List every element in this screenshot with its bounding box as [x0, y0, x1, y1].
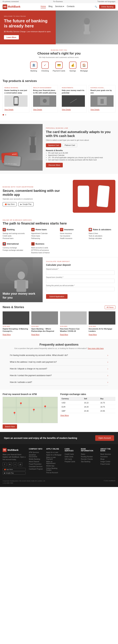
dot-1[interactable]: [3, 114, 4, 116]
footer-link-cashback[interactable]: Cashback Program: [29, 468, 44, 470]
home-loans-item-1[interactable]: Appointment Calendar: [31, 232, 58, 235]
insurance-item-2[interactable]: Car insurance: [60, 235, 87, 237]
footer-link-fraud[interactable]: Fraud Prevention: [29, 463, 44, 465]
dot-2[interactable]: [5, 114, 6, 116]
banking-item-1[interactable]: Savings and savings accounts: [3, 232, 29, 235]
search-branch-button[interactable]: Search Now: [3, 424, 17, 429]
path-banking-list: Savings and savings accounts Credit card…: [3, 232, 29, 240]
rates-item-2[interactable]: Tools & calculators: [89, 235, 115, 237]
deposit-amount-input[interactable]: [46, 270, 115, 275]
footer-link-image-center[interactable]: Image Center: [101, 460, 115, 463]
footer-link-find-account[interactable]: Find an Account: [46, 472, 62, 474]
read-more-1[interactable]: Read More: [3, 334, 11, 336]
footer-link-mobile-app[interactable]: Mobile App: [46, 465, 62, 467]
twitter-icon[interactable]: t: [13, 462, 17, 466]
banking-item-3[interactable]: Personal loans: [3, 237, 29, 240]
faq-item-3[interactable]: How do I dispute a charge on my account?…: [10, 366, 108, 372]
banking-item-2[interactable]: Credit cards: [3, 235, 29, 237]
forex-usd-buy: 16.75: [99, 400, 115, 405]
footer-link-atm[interactable]: ATM Services: [29, 451, 44, 454]
footer-link-fraud-center[interactable]: Fraud Center: [101, 463, 115, 465]
footer-link-deposit[interactable]: About Deposit: [29, 460, 44, 463]
submit-application-button[interactable]: Submit Application: [46, 294, 68, 299]
rates-item-3[interactable]: Savings calculator: [89, 237, 115, 240]
international-item-2[interactable]: Foreign exchange calculator: [3, 249, 29, 252]
footer-app-store[interactable]: 🍎 App Store: [3, 468, 25, 471]
read-more-3[interactable]: Read More: [60, 334, 68, 336]
choose-banking[interactable]: 🏦 Banking: [30, 62, 37, 72]
deposit-term-input[interactable]: [46, 279, 115, 283]
footer-link-mobile[interactable]: Mobile Banking: [29, 458, 44, 460]
view-details-3[interactable]: View Details: [62, 109, 71, 110]
online-banking-button[interactable]: Online Banking: [99, 5, 115, 9]
insurance-item-1[interactable]: Home insurance: [60, 232, 87, 235]
footer-link-prepaid-cards[interactable]: Prepaid Cards: [65, 460, 78, 463]
view-details-1[interactable]: View Details: [4, 109, 13, 110]
logo[interactable]: MB MultiBank: [3, 4, 20, 9]
international-item-1[interactable]: Currency exchange: [3, 246, 29, 249]
all-news-button[interactable]: All News: [105, 306, 115, 309]
view-details-2[interactable]: View Details: [33, 109, 42, 110]
footer-google-play[interactable]: ▶ Google Play: [3, 472, 25, 474]
choose-savings[interactable]: 💰 Savings: [69, 62, 76, 72]
faq-item-4[interactable]: How do I contact the payment assistance …: [10, 372, 108, 379]
home-loans-item-2[interactable]: Home loans: [31, 235, 58, 237]
view-details-4[interactable]: View Details: [91, 109, 100, 110]
footer-link-appointment[interactable]: Make an Appointment: [46, 460, 62, 465]
footer-link-ob-guides[interactable]: Online Banking Guides: [46, 467, 62, 472]
business-item-2[interactable]: EFTPOS & eCommerce: [31, 249, 58, 252]
platinum-card-tab[interactable]: Platinum Card: [62, 144, 77, 147]
accumulate-input[interactable]: [46, 287, 115, 291]
read-more-4[interactable]: Read More: [89, 334, 97, 336]
products-section: Top products & services MOBILE BANKING E…: [0, 77, 118, 118]
footer-link-credit-cards[interactable]: Credit Cards: [65, 453, 78, 456]
app-store-button[interactable]: 🍎 App Store: [3, 202, 17, 206]
faq-item-2[interactable]: What is the address I mail my credit car…: [10, 359, 108, 366]
faq-link[interactable]: See more click here: [88, 348, 104, 349]
business-item-3[interactable]: Business loans & finance: [31, 252, 58, 254]
forex-view-more[interactable]: View More: [60, 414, 69, 416]
footer-link-insurance[interactable]: Insurance: [101, 456, 115, 458]
footer-link-loan-payment[interactable]: Make a Loan Payment: [46, 456, 62, 460]
footer-link-blogs[interactable]: Blogs: [101, 458, 115, 460]
facebook-icon[interactable]: f: [3, 462, 6, 466]
nav-contacts[interactable]: Contacts: [67, 5, 74, 8]
faq-item-5[interactable]: How do I activate a card? ›: [10, 379, 108, 386]
read-more-2[interactable]: Read More: [31, 334, 39, 336]
rates-item-1[interactable]: Rates & fees: [89, 232, 115, 235]
open-account-button[interactable]: Open Account: [95, 435, 114, 441]
search-icon[interactable]: 🔍: [95, 6, 97, 8]
footer-link-apply-mortgage[interactable]: Apply for a Mortgage: [46, 454, 62, 456]
footer-link-gift-cards[interactable]: Gift Cards: [65, 458, 78, 460]
wealth-svg: [40, 96, 50, 106]
phone-mockup-2: [96, 185, 110, 208]
footer-link-routing[interactable]: Routing Number: [81, 456, 98, 458]
news-card-3: 12.01.2021 How Auto Finance Can Weather …: [60, 312, 87, 336]
footer-link-reorder[interactable]: Reorder Checks: [81, 458, 98, 460]
discover-more-button[interactable]: Discover More: [46, 163, 63, 167]
footer-link-debit-cards[interactable]: Debit Cards: [65, 456, 78, 458]
footer-link-rates[interactable]: Rates: [81, 453, 98, 456]
home-loans-item-3[interactable]: Refinancing: [31, 237, 58, 240]
footer-link-star[interactable]: Star Banking: [81, 460, 98, 463]
choose-mortgage[interactable]: 🏠 Mortgage: [80, 62, 88, 72]
linkedin-icon[interactable]: in: [8, 462, 12, 466]
footer-link-send[interactable]: Send/Get Documents: [29, 454, 44, 458]
footer-link-bank-services[interactable]: Bank Services: [101, 453, 115, 456]
google-play-button[interactable]: ▶ Google Play: [18, 202, 33, 206]
nav-services[interactable]: Services ▾: [55, 5, 64, 8]
faq-item-1[interactable]: I'm having trouble accessing my account …: [10, 352, 108, 359]
news-date-4: 12.01.2021: [89, 326, 115, 327]
footer-link-apply-loan[interactable]: Apply for a Loan: [46, 451, 62, 454]
youtube-icon[interactable]: yt: [18, 462, 22, 466]
business-item-1[interactable]: Bank accounts & cards: [31, 246, 58, 249]
choose-payment-cards[interactable]: 💳 Payment Cards: [53, 62, 65, 72]
signature-card-tab[interactable]: Signature Card: [46, 144, 61, 147]
checking-label: Checking: [41, 70, 49, 72]
hero-cta-button[interactable]: Learn More: [4, 35, 19, 40]
nav-blog[interactable]: Blog: [48, 5, 52, 8]
footer-link-overdraft[interactable]: Overdraft Services: [29, 465, 44, 468]
nav-home[interactable]: Home: [41, 5, 46, 8]
choose-checking[interactable]: ✓ Checking: [41, 62, 49, 72]
insurance-item-3[interactable]: Health insurance: [60, 237, 87, 240]
